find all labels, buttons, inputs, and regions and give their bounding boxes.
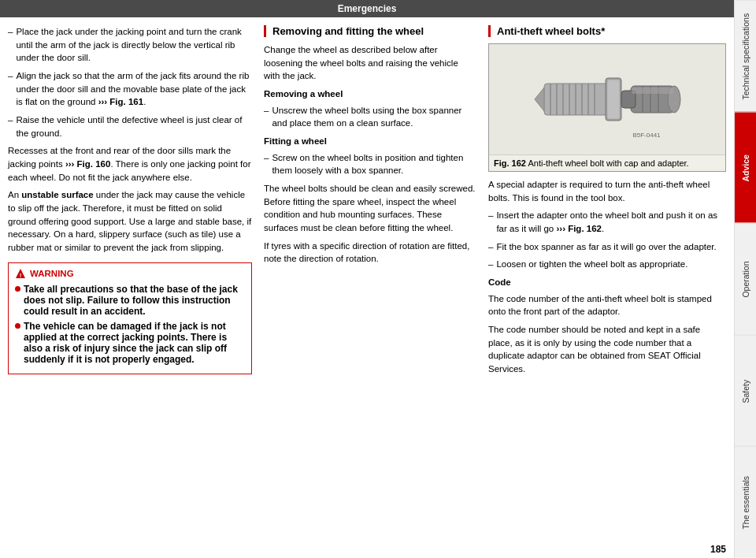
list-item: – Place the jack under the jacking point…: [8, 25, 252, 65]
middle-column: Removing and fitting the wheel Change th…: [264, 25, 476, 537]
sidebar-tab-operation[interactable]: Operation: [735, 223, 756, 335]
fitting-bullet: – Screw on the wheel bolts in position a…: [264, 151, 476, 177]
section-title-antitheft: Anti-theft wheel bolts*: [497, 25, 726, 37]
sidebar-tab-advice-label: Advice: [741, 154, 750, 181]
bullet-text-1: Place the jack under the jacking point a…: [16, 25, 252, 65]
figure-box: B5F-0441 Fig. 162 Anti-theft wheel bolt …: [488, 43, 726, 172]
dash-icon: –: [488, 258, 493, 271]
dash-icon: –: [8, 69, 13, 109]
middle-intro: Change the wheel as described below afte…: [264, 43, 476, 83]
fig-ref-161: ››› Fig. 161: [98, 97, 144, 106]
removing-fitting-header: Removing and fitting the wheel: [264, 25, 476, 37]
warning-bullet-1: Take all precautions so that the base of…: [15, 284, 245, 317]
content-area: – Place the jack under the jacking point…: [0, 17, 734, 541]
warning-body: Take all precautions so that the base of…: [15, 284, 245, 365]
warning-dot-icon: [15, 323, 20, 329]
list-item: – Align the jack so that the arm of the …: [8, 69, 252, 109]
removing-bullet-text: Unscrew the wheel bolts using the box sp…: [272, 104, 476, 130]
svg-rect-2: [544, 84, 611, 115]
paragraph-unstable: An unstable surface under the jack may c…: [8, 188, 252, 254]
figure-caption: Fig. 162 Anti-theft wheel bolt with cap …: [489, 154, 725, 171]
sidebar-tab-operation-label: Operation: [741, 261, 750, 297]
warning-dot-icon: [15, 286, 20, 292]
section-title-removing: Removing and fitting the wheel: [272, 25, 476, 37]
warning-title: ! WARNING: [15, 268, 245, 279]
middle-paragraph-1: The wheel bolts should be clean and easi…: [264, 182, 476, 235]
warning-text-2: The vehicle can be damaged if the jack i…: [24, 321, 245, 365]
warning-text-1: Take all precautions so that the base of…: [24, 284, 245, 317]
middle-paragraph-2: If tyres with a specific direction of ro…: [264, 240, 476, 266]
paragraph-jacking-points: Recesses at the front and rear of the do…: [8, 144, 252, 184]
antitheft-bullet-1: – Insert the adapter onto the wheel bolt…: [488, 209, 726, 235]
svg-rect-12: [607, 80, 620, 119]
dash-icon: –: [264, 151, 269, 177]
sidebar-tab-safety[interactable]: Safety: [735, 335, 756, 447]
sidebar-tab-technical[interactable]: Technical specifications: [735, 0, 756, 112]
unstable-bold: unstable surface: [21, 190, 93, 199]
svg-marker-13: [535, 87, 544, 111]
sidebar-tab-essentials[interactable]: The essentials: [735, 446, 756, 558]
figure-ref: Fig. 162: [494, 158, 526, 168]
list-item: – Raise the vehicle until the defective …: [8, 113, 252, 140]
right-column: Anti-theft wheel bolts*: [488, 25, 726, 537]
svg-text:B5F-0441: B5F-0441: [632, 132, 661, 139]
antitheft-bullet-text-1: Insert the adapter onto the wheel bolt a…: [496, 209, 726, 235]
sidebar-tab-advice[interactable]: Advice: [735, 112, 756, 224]
antitheft-header: Anti-theft wheel bolts*: [488, 25, 726, 37]
header-title: Emergencies: [338, 3, 397, 14]
bullet-text-3: Raise the vehicle until the defective wh…: [16, 113, 252, 140]
warning-label: WARNING: [30, 269, 74, 278]
dash-icon: –: [8, 25, 13, 65]
right-sidebar: Technical specifications Advice Operatio…: [734, 0, 756, 558]
antitheft-intro: A special adapter is required to turn th…: [488, 178, 726, 204]
dash-icon: –: [488, 209, 493, 235]
svg-text:!: !: [20, 272, 22, 279]
antitheft-bullet-3: – Loosen or tighten the wheel bolt as ap…: [488, 258, 726, 271]
code-paragraph-1: The code number of the anti-theft wheel …: [488, 292, 726, 318]
bolt-illustration: B5F-0441: [528, 52, 686, 147]
bullet-text-2: Align the jack so that the arm of the ja…: [16, 69, 252, 109]
code-heading: Code: [488, 276, 726, 289]
dash-icon: –: [8, 113, 13, 140]
warning-triangle-icon: !: [15, 268, 26, 279]
fig-ref-162: ››› Fig. 162: [556, 224, 602, 233]
dash-icon: –: [488, 240, 493, 254]
header-bar: Emergencies: [0, 0, 734, 17]
antitheft-bullet-2: – Fit the box spanner as far as it will …: [488, 240, 726, 254]
warning-bullet-2: The vehicle can be damaged if the jack i…: [15, 321, 245, 365]
warning-box: ! WARNING Take all precautions so that t…: [8, 262, 252, 374]
sidebar-tab-technical-label: Technical specifications: [741, 13, 750, 99]
removing-heading: Removing a wheel: [264, 87, 476, 101]
code-paragraph-2: The code number should be noted and kept…: [488, 323, 726, 376]
dash-icon: –: [264, 104, 269, 130]
figure-image: B5F-0441: [489, 44, 725, 154]
antitheft-bullet-text-2: Fit the box spanner as far as it will go…: [496, 240, 716, 254]
main-content: Emergencies – Place the jack under the j…: [0, 0, 734, 558]
svg-rect-20: [632, 87, 673, 94]
left-column: – Place the jack under the jacking point…: [8, 25, 252, 537]
page-number: 185: [0, 541, 734, 558]
antitheft-bullet-text-3: Loosen or tighten the wheel bolt as appr…: [496, 258, 687, 271]
fitting-bullet-text: Screw on the wheel bolts in position and…: [272, 151, 476, 177]
sidebar-tab-essentials-label: The essentials: [741, 476, 750, 530]
fitting-heading: Fitting a wheel: [264, 135, 476, 148]
sidebar-tab-safety-label: Safety: [741, 379, 750, 403]
figure-caption-text: Anti-theft wheel bolt with cap and adapt…: [528, 158, 688, 168]
removing-bullet: – Unscrew the wheel bolts using the box …: [264, 104, 476, 130]
fig-ref-160: ››› Fig. 160: [65, 159, 111, 169]
